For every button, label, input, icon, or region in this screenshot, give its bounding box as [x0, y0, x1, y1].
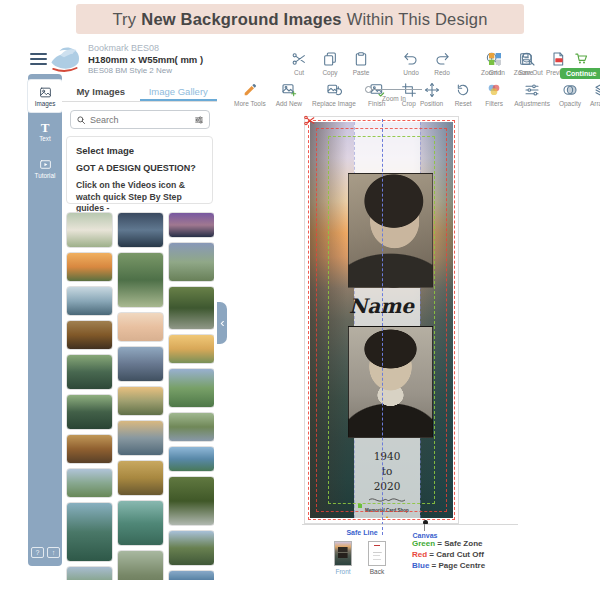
- continue-button[interactable]: Continue: [560, 51, 600, 79]
- gallery-thumbnail[interactable]: [168, 242, 214, 282]
- sidebar-item-images[interactable]: Images: [28, 80, 62, 112]
- tab-image-gallery[interactable]: Image Gallery: [140, 80, 218, 101]
- search-bar: [70, 110, 210, 129]
- gallery-thumbnail[interactable]: [117, 252, 164, 308]
- gallery-thumbnail[interactable]: [66, 502, 113, 562]
- gallery-thumbnail[interactable]: [168, 446, 214, 472]
- tool-label: Arrange: [590, 100, 600, 107]
- gallery-thumbnail[interactable]: [117, 500, 164, 546]
- gallery-thumbnail[interactable]: [66, 252, 113, 282]
- legend-term: Green: [412, 539, 435, 548]
- info-card-body: Click on the Videos icon & watch quick S…: [76, 180, 203, 215]
- tool-replace-image[interactable]: Replace Image: [312, 82, 356, 107]
- gallery-thumbnail[interactable]: [66, 212, 113, 248]
- zoom-slider-knob[interactable]: [365, 86, 372, 93]
- date-birth: 1940: [354, 449, 420, 464]
- name-text[interactable]: Name: [310, 294, 453, 318]
- gallery-thumbnail[interactable]: [66, 286, 113, 316]
- tool-grid[interactable]: Grid: [484, 51, 506, 76]
- gallery-thumbnail[interactable]: [66, 354, 113, 390]
- tool-opacity[interactable]: Opacity: [559, 82, 581, 107]
- back-preview-thumb[interactable]: [368, 541, 386, 566]
- filters-icon: [486, 82, 502, 98]
- tool-undo[interactable]: Undo: [400, 51, 422, 76]
- tool-label: Add New: [276, 100, 302, 107]
- scissors-icon: [291, 51, 307, 67]
- tool-add-new[interactable]: Add New: [276, 82, 302, 107]
- sidebar-item-label: Tutorial: [35, 172, 56, 179]
- sidebar-item-tutorial[interactable]: Tutorial: [28, 152, 62, 184]
- gallery-thumbnail[interactable]: [168, 368, 214, 408]
- tool-label: Paste: [353, 69, 370, 76]
- portrait-photo-top[interactable]: [348, 173, 433, 288]
- zoom-slider[interactable]: Zoom In: [366, 86, 422, 102]
- doc-type: Bookmark BES08: [88, 43, 203, 54]
- gallery-thumbnail[interactable]: [117, 550, 164, 580]
- search-icon: [76, 115, 86, 125]
- document-meta: Bookmark BES08 H180mm x W55mm( mm ) BES0…: [88, 43, 203, 76]
- tool-filters[interactable]: Filters: [483, 82, 505, 107]
- tool-label: Undo: [403, 69, 419, 76]
- gallery-thumbnail[interactable]: [66, 566, 113, 580]
- guides-legend: Green = Safe ZoneRed = Card Cut OffBlue …: [412, 538, 485, 571]
- gallery-thumbnail[interactable]: [168, 286, 214, 330]
- thumbnail-column: [168, 212, 214, 580]
- tool-position[interactable]: Position: [420, 82, 443, 107]
- gallery-thumbnail[interactable]: [168, 476, 214, 526]
- portrait-photo-bottom[interactable]: [348, 326, 433, 438]
- sidebar-mini-button[interactable]: ?: [31, 547, 44, 558]
- tool-label: Cut: [294, 69, 304, 76]
- gallery-thumbnail[interactable]: [117, 346, 164, 382]
- tool-label: Grid: [489, 69, 501, 76]
- gallery-thumbnail[interactable]: [117, 460, 164, 496]
- gallery-thumbnail[interactable]: [168, 212, 214, 238]
- filter-icon[interactable]: [194, 115, 204, 125]
- tool-arrange[interactable]: Arrange: [590, 82, 600, 107]
- search-input[interactable]: [90, 115, 190, 125]
- legend-text: = Card Cut Off: [427, 550, 484, 559]
- floppy-icon: [518, 51, 534, 67]
- tool-label: Save: [519, 69, 534, 76]
- gallery-thumbnail[interactable]: [117, 212, 164, 248]
- front-preview-thumb[interactable]: [334, 541, 352, 566]
- tool-more-tools[interactable]: More Tools: [234, 82, 266, 107]
- dates-text[interactable]: 1940 to 2020: [354, 449, 420, 495]
- gallery-thumbnail[interactable]: [168, 412, 214, 442]
- gallery-thumbnail[interactable]: [117, 420, 164, 456]
- tool-cut[interactable]: Cut: [288, 51, 310, 76]
- tool-label: Opacity: [559, 100, 581, 107]
- gallery-thumbnail[interactable]: [168, 334, 214, 364]
- gallery-thumbnail[interactable]: [117, 312, 164, 342]
- gallery-thumbnail[interactable]: [66, 320, 113, 350]
- tool-adjustments[interactable]: Adjustments: [514, 82, 550, 107]
- design-canvas-page[interactable]: Name 1940 to 2020 Memorial Card Shop: [304, 116, 459, 524]
- continue-label: Continue: [560, 68, 600, 79]
- back-label: Back: [368, 568, 386, 575]
- tool-copy[interactable]: Copy: [319, 51, 341, 76]
- gallery-thumbnail[interactable]: [168, 570, 214, 580]
- tool-save[interactable]: Save: [515, 51, 537, 76]
- background-image-layer[interactable]: Name 1940 to 2020 Memorial Card Shop: [310, 122, 453, 518]
- gallery-thumbnail[interactable]: [117, 386, 164, 416]
- sidebar-item-text[interactable]: TText: [28, 116, 62, 148]
- image-gallery-panel: My ImagesImage Gallery Select Image GOT …: [62, 74, 217, 580]
- gallery-thumbnail[interactable]: [66, 434, 113, 464]
- sliders-icon: [524, 82, 540, 98]
- grid-icon: [487, 51, 503, 67]
- panel-tabs: My ImagesImage Gallery: [62, 80, 217, 102]
- gallery-thumbnail[interactable]: [66, 394, 113, 430]
- tool-reset[interactable]: Reset: [452, 82, 474, 107]
- thumbnail-column: [117, 212, 164, 580]
- gallery-thumbnail[interactable]: [168, 530, 214, 566]
- menu-hamburger-icon[interactable]: [30, 53, 47, 66]
- tab-my-images[interactable]: My Images: [62, 80, 140, 101]
- brand-watermark: Memorial Card Shop: [354, 508, 420, 513]
- gallery-thumbnail[interactable]: [66, 468, 113, 498]
- warning-icon[interactable]: [380, 514, 394, 518]
- promo-banner: Try New Background Images Within This De…: [76, 4, 524, 34]
- info-card-heading: GOT A DESIGN QUESTION?: [76, 163, 203, 173]
- tool-redo[interactable]: Redo: [431, 51, 453, 76]
- panel-collapse-handle[interactable]: [217, 302, 227, 344]
- sidebar-mini-button[interactable]: ↑: [47, 547, 60, 558]
- tool-paste[interactable]: Paste: [350, 51, 372, 76]
